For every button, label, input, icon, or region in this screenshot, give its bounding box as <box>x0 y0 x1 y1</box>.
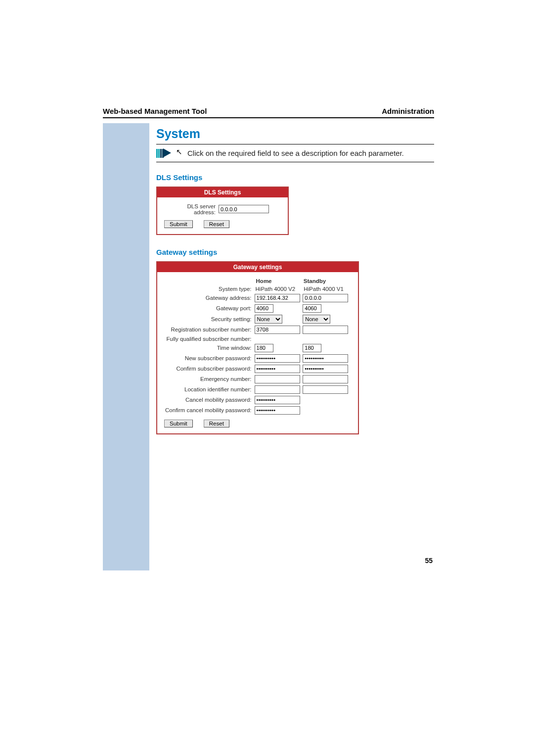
cancel-mob-pw-home-input[interactable] <box>255 396 300 404</box>
loc-id-label: Location identifier number: <box>164 386 255 392</box>
brand-arrow-icon <box>156 148 171 158</box>
conf-pw-standby-input[interactable] <box>303 365 348 373</box>
system-type-label: System type: <box>164 286 255 292</box>
gateway-address-standby-input[interactable] <box>303 294 348 302</box>
new-pw-label: New subscriber password: <box>164 355 255 361</box>
fq-number-label: Fully qualified subscriber number: <box>164 336 255 342</box>
reg-number-home-input[interactable] <box>255 326 300 334</box>
gateway-port-standby-input[interactable] <box>303 304 321 313</box>
conf-pw-label: Confirm subscriber password: <box>164 366 255 372</box>
header-title-left: Web-based Management Tool <box>103 107 207 115</box>
system-type-home: HiPath 4000 V2 <box>255 286 303 292</box>
gateway-heading: Gateway settings <box>156 248 434 256</box>
dls-submit-button[interactable]: Submit <box>164 220 193 228</box>
emergency-standby-input[interactable] <box>303 375 348 383</box>
new-pw-standby-input[interactable] <box>303 354 348 363</box>
col-home-header: Home <box>256 278 304 284</box>
dls-panel-title: DLS Settings <box>157 188 288 197</box>
gateway-panel-title: Gateway settings <box>157 262 358 272</box>
emergency-label: Emergency number: <box>164 376 255 382</box>
dls-reset-button[interactable]: Reset <box>204 220 229 228</box>
security-setting-label: Security setting: <box>164 316 255 322</box>
loc-id-home-input[interactable] <box>255 385 300 394</box>
col-standby-header: Standby <box>304 278 351 284</box>
gateway-port-label: Gateway port: <box>164 305 255 311</box>
time-window-home-input[interactable] <box>255 344 273 352</box>
gateway-column-headers: Home Standby <box>164 278 351 284</box>
header-title-right: Administration <box>382 107 434 115</box>
security-standby-select[interactable]: None <box>303 315 330 324</box>
system-type-standby: HiPath 4000 V1 <box>303 286 351 292</box>
cursor-icon: ↖ <box>176 147 182 156</box>
dls-panel: DLS Settings DLS server address: Submit … <box>156 187 289 235</box>
conf-cancel-mob-pw-label: Confirm cancel mobility password: <box>164 407 255 413</box>
security-home-select[interactable]: None <box>255 315 282 324</box>
dls-server-address-label: DLS server address: <box>164 203 219 215</box>
emergency-home-input[interactable] <box>255 375 300 383</box>
gateway-address-label: Gateway address: <box>164 295 255 301</box>
note-bar: ↖ Click on the required field to see a d… <box>156 144 434 162</box>
reg-number-standby-input[interactable] <box>303 326 348 334</box>
loc-id-standby-input[interactable] <box>303 385 348 394</box>
time-window-label: Time window: <box>164 345 255 351</box>
time-window-standby-input[interactable] <box>303 344 321 352</box>
gateway-port-home-input[interactable] <box>255 304 273 313</box>
gateway-address-home-input[interactable] <box>255 294 300 302</box>
dls-heading: DLS Settings <box>156 173 434 182</box>
gateway-panel: Gateway settings Home Standby System typ… <box>156 261 359 434</box>
gateway-reset-button[interactable]: Reset <box>204 420 229 427</box>
page-number: 55 <box>425 557 433 565</box>
dls-server-address-input[interactable] <box>219 205 269 213</box>
page-header: Web-based Management Tool Administration <box>103 107 434 118</box>
conf-pw-home-input[interactable] <box>255 365 300 373</box>
page-content: System ↖ Click on the required field to … <box>156 127 434 447</box>
conf-cancel-mob-pw-home-input[interactable] <box>255 406 300 415</box>
gateway-submit-button[interactable]: Submit <box>164 420 193 427</box>
note-text: Click on the required field to see a des… <box>187 149 404 157</box>
page-left-stripe <box>103 123 149 570</box>
cancel-mob-pw-label: Cancel mobility password: <box>164 397 255 403</box>
reg-number-label: Registration subscriber number: <box>164 327 255 332</box>
new-pw-home-input[interactable] <box>255 354 300 363</box>
page-title: System <box>156 127 434 141</box>
